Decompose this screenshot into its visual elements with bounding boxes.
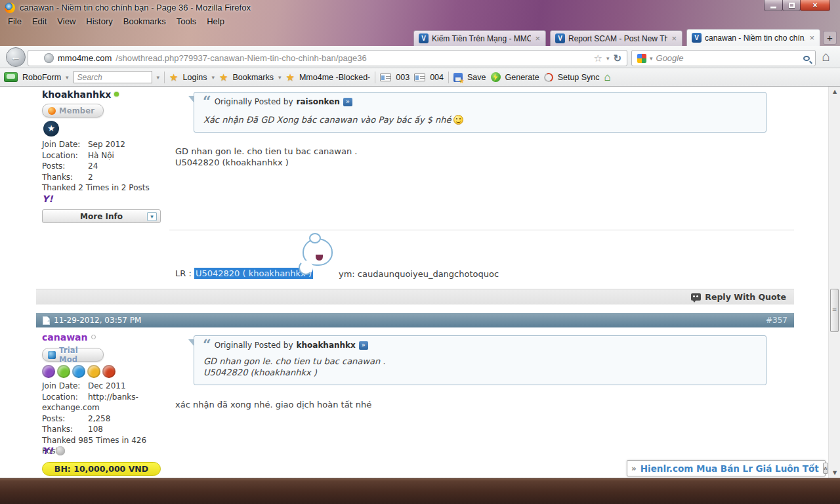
logins-star-icon: ★ [169,72,178,83]
offline-status-icon [91,335,96,339]
menu-edit[interactable]: Edit [27,15,52,28]
menu-bar: File Edit View History Bookmarks Tools H… [3,15,230,28]
heart-eyes-emoticon [295,237,335,279]
logins-menu[interactable]: Logins [183,73,207,82]
menu-view[interactable]: View [52,15,81,28]
url-path: /showthread.php?79937-canawan-Niem-tin-c… [116,53,589,63]
sync-icon [543,72,555,83]
tab-2-close-icon[interactable]: × [671,35,677,43]
skype-icon[interactable] [56,446,65,455]
bookmarks-star-icon: ★ [219,72,228,83]
quote-author-link[interactable]: raisonken [297,97,340,106]
scrollbar-thumb[interactable]: ≡ [830,289,839,332]
member-rank-badge: Member [42,104,104,117]
save-button[interactable]: Save [467,73,486,82]
tab-2-label: Report SCAM - Post New Thr... [568,34,667,43]
back-button[interactable]: ← [6,47,26,67]
username-link[interactable]: khoakhanhkx [42,89,119,100]
reply-with-quote-button[interactable]: Reply With Quote [705,292,786,302]
roboform-search-caret-icon[interactable]: ▾ [157,74,160,81]
post-header-bar: 11-29-2012, 03:57 PM #357 [36,313,794,327]
search-engine-dropdown-icon[interactable]: ▾ [650,55,653,62]
logins-caret-icon[interactable]: ▾ [211,74,215,81]
quote-text: GD nhan gon le. cho tien tu bac canawan … [203,356,385,378]
tab-1[interactable]: Kiếm Tiền Trên Mạng - MMO... × [413,30,546,46]
roboform-home-icon[interactable]: ⌂ [604,71,611,84]
bookmarks-menu[interactable]: Bookmarks [232,73,274,82]
identity-004[interactable]: 004 [430,73,444,82]
roboform-menu[interactable]: RoboForm [22,73,61,82]
tab-2[interactable]: Report SCAM - Post New Thr... × [550,30,682,46]
signature-ym: ym: caudaunquoiyeu_dangchotoquoc [339,269,499,279]
scroll-up-icon[interactable]: ▲ [831,89,839,94]
menu-history[interactable]: History [81,15,117,28]
home-icon[interactable]: ⌂ [822,49,830,64]
google-logo-icon[interactable] [637,54,646,63]
tab-3-close-icon[interactable]: × [808,34,815,42]
save-icon [453,73,463,82]
avatar[interactable]: ★ [43,121,59,136]
window-controls: × [765,0,830,11]
tab-3-active[interactable]: canawan - Niềm tin cho chín... × [686,29,820,46]
post-date: 11-29-2012, 03:57 PM [54,316,141,325]
screen: canawan - Niềm tin cho chính bạn - Page … [0,0,840,504]
quote-text: Xác nhận Đã GD Xong bác canawan vào Pay … [203,114,463,125]
search-input[interactable] [656,53,800,63]
menu-file[interactable]: File [3,15,27,28]
thanked-line: Thanked 2 Times in 2 Posts [42,182,164,194]
stat-row: Location:Hà Nội [42,150,164,161]
chevron-down-icon[interactable]: ▾ [147,212,157,221]
quote-author-link[interactable]: khoakhanhkx [297,341,356,350]
ad-popup: » Hienlr.com Mua Bán Lr Giá Luôn Tốt » [627,460,826,476]
search-bar[interactable]: ▾ [631,50,816,66]
generate-button[interactable]: Generate [505,73,539,82]
vbulletin-icon [555,33,565,43]
roboform-icon[interactable] [4,72,18,82]
roboform-toolbar: RoboForm ▾ ▾ ★ Logins ▾ ★ Bookmarks ▾ ★ … [0,68,840,87]
vbulletin-icon [692,33,702,43]
identity-card-icon [380,74,391,81]
popup-link[interactable]: Hienlr.com Mua Bán Lr Giá Luôn Tốt [640,463,819,474]
more-info-button[interactable]: More Info ▾ [42,209,161,223]
post-number-link[interactable]: #357 [766,316,788,325]
popup-bullet-icon: » [631,464,637,473]
vertical-scrollbar[interactable]: ▲ ≡ ▼ [828,87,840,478]
tab-1-close-icon[interactable]: × [534,35,541,43]
popup-collapse-button[interactable]: » [823,463,828,474]
scroll-down-icon[interactable]: ▼ [831,470,839,476]
view-post-icon[interactable]: » [343,98,352,106]
award-medals [42,365,117,381]
setup-sync-button[interactable]: Setup Sync [558,73,600,82]
stat-row: Posts:24 [42,161,164,172]
reload-icon[interactable]: ↻ [613,52,621,64]
view-post-icon[interactable]: » [359,341,368,350]
yahoo-icon[interactable]: Y! [42,446,65,456]
quote-header: “ Originally Posted by raisonken » [203,97,352,106]
mmo4me-blocked-item[interactable]: Mmo4me -Blocked- [299,73,370,82]
menu-tools[interactable]: Tools [171,15,201,28]
bookmarks-caret-icon[interactable]: ▾ [278,74,282,81]
username-link[interactable]: canawan [42,332,96,343]
url-bar[interactable]: mmo4me.com /showthread.php?79937-canawan… [28,50,627,66]
minimize-button[interactable] [764,0,783,11]
close-button[interactable]: × [800,0,830,11]
separator [164,72,165,83]
restore-button[interactable] [782,0,801,11]
identity-003[interactable]: 003 [396,73,410,82]
url-dropdown-icon[interactable]: ▾ [606,55,610,62]
bookmark-star-icon[interactable]: ☆ [593,52,602,64]
post-body: GD nhan gon le. cho tien tu bac canawan … [175,146,357,168]
roboform-caret-icon[interactable]: ▾ [66,74,69,81]
tab-1-label: Kiếm Tiền Trên Mạng - MMO... [432,34,531,43]
quote-box: “ Originally Posted by raisonken » Xác n… [194,92,766,133]
menu-bookmarks[interactable]: Bookmarks [118,15,171,28]
post-body-line: U5042820 (khoakhanhkx ) [175,157,357,168]
yahoo-icon[interactable]: Y! [42,194,53,204]
quote-header: “ Originally Posted by khoakhanhkx » [203,341,368,350]
menu-help[interactable]: Help [201,15,230,28]
new-tab-button[interactable]: + [823,31,837,45]
roboform-search-input[interactable] [74,71,152,83]
window-titlebar: canawan - Niềm tin cho chính bạn - Page … [0,0,840,46]
username-text: canawan [42,332,88,343]
search-icon[interactable] [803,56,810,61]
